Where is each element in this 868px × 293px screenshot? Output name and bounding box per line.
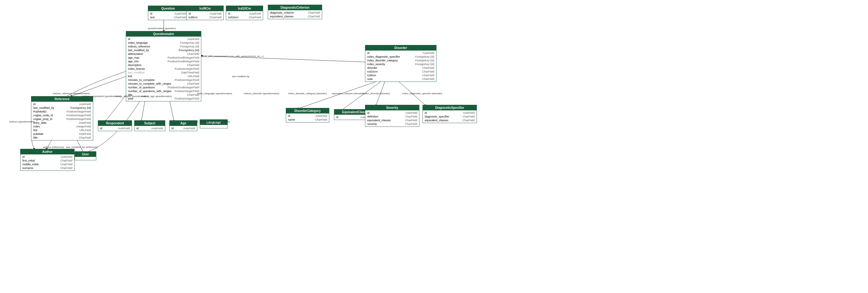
table-subject-header: Subject <box>134 121 165 126</box>
table-age: Age idAutoField <box>169 120 197 131</box>
table-severity-header: Severity <box>365 105 419 110</box>
table-diagnosticspecifier: DiagnosticSpecifier idAutoField diagnost… <box>423 105 477 123</box>
table-subject: Subject idAutoField <box>134 120 165 131</box>
label-authors-reference: authors (reference) <box>43 146 64 148</box>
table-user: User <box>74 151 96 160</box>
table-icd9cm-header: Icd9Cm <box>187 6 223 11</box>
label-equivalent-classes-disorder: equivalent_classes (disorder) <box>332 92 364 95</box>
label-use-with-assessments: use_with_assessments (use_with_assessmen… <box>203 55 264 58</box>
table-icd9cm: Icd9Cm idAutoField icd9cmCharField <box>186 6 224 20</box>
table-user-header: User <box>75 152 96 157</box>
table-author: Author idAutoField first_initialCharFiel… <box>20 149 74 171</box>
table-respondent-header: Respondent <box>98 121 132 126</box>
label-index-disorder-category: index_disorder_category (disorder) <box>288 92 327 95</box>
table-questionnaire-header: Questionnaire <box>126 31 201 37</box>
table-age-header: Age <box>169 121 197 126</box>
table-disorder: Disorder idAutoField index_diagnostic_sp… <box>365 45 436 82</box>
table-diagnosticcriterion-header: DiagnosticCriterion <box>268 5 322 10</box>
label-index-diagnostic-specifier: index_diagnostic_specifer (disorder) <box>402 92 442 95</box>
label-indices-disorder: indices_disorder (questionnaire) <box>244 92 279 95</box>
label-index-language: index_language (questionnaire) <box>197 92 232 95</box>
table-reference: Reference idAutoField last_modified_byFo… <box>31 96 93 141</box>
label-last-modified-by-reference: last_modified_by (reference) <box>66 146 98 148</box>
table-icd10cm: Icd10Cm idAutoField icd10cmCharField <box>226 6 263 20</box>
label-indices-age: indices_age (questionnaire) <box>141 95 172 98</box>
table-diagnosticspecifier-header: DiagnosticSpecifier <box>423 105 476 110</box>
table-disorder-header: Disorder <box>365 45 436 50</box>
table-questionnaire: Questionnaire idAutoField index_language… <box>126 31 201 101</box>
table-icd10cm-header: Icd10Cm <box>226 6 263 11</box>
table-author-header: Author <box>21 149 74 154</box>
table-question-header: Question <box>148 6 188 11</box>
table-question: Question idAutoField textCharField <box>148 6 188 20</box>
table-severity: Severity idAutoField definitionCharField… <box>365 105 420 127</box>
label-last-modified-by-inline: last modified by <box>232 75 249 78</box>
label-questionnaires-question: questionnaires (question) <box>148 27 176 30</box>
table-respondent: Respondent idAutoField <box>98 120 132 131</box>
label-authors-questionnaire: authors (questionnaire) <box>9 120 35 123</box>
table-disordercategory: DisorderCategory idAutoField nameCharFie… <box>286 108 329 122</box>
label-indices-reference: indices_reference (questionnaire) <box>53 92 90 95</box>
diagram-canvas: Question idAutoField textCharField Icd9C… <box>0 0 868 293</box>
label-index-severity: index_severity (disorder) <box>363 92 390 95</box>
table-diagnosticcriterion: DiagnosticCriterion diagnostic_criterion… <box>268 5 322 19</box>
table-disordercategory-header: DisorderCategory <box>286 108 329 113</box>
label-last-modified-by-questionnaire: last_modified_by (questionnaire) <box>194 120 230 123</box>
